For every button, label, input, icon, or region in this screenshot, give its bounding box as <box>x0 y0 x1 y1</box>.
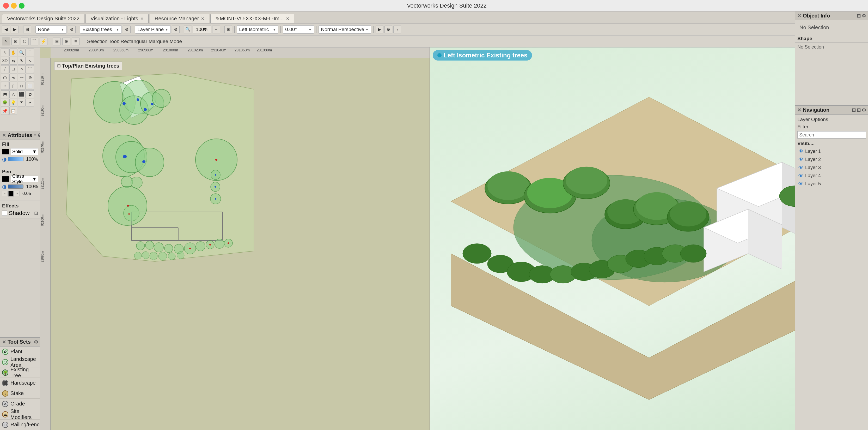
render-settings-button[interactable]: ⚙ <box>384 26 392 33</box>
tab-vectorworks[interactable]: Vectorworks Design Suite 2022 <box>2 14 85 23</box>
toolset-railing-fence[interactable]: ⊟ Railing/Fence <box>0 420 40 430</box>
stair-tool[interactable]: ⬒ <box>1 90 9 98</box>
render-button[interactable]: ▶ <box>376 26 383 33</box>
panel-icon-list[interactable]: ≡ <box>34 133 36 138</box>
tab-close-icon[interactable]: ✕ <box>201 16 204 21</box>
door-tool[interactable]: ⊓ <box>18 82 26 90</box>
rect-tool[interactable]: □ <box>9 65 17 73</box>
callout-tool[interactable]: 📌 <box>1 107 9 115</box>
nav-icon-2[interactable]: ⊡ <box>857 107 861 113</box>
obj-info-gear-icon[interactable]: ⚙ <box>862 13 866 19</box>
rotation-dropdown[interactable]: 0.00° ▼ <box>283 25 314 34</box>
obj-info-close-icon[interactable]: ✕ <box>797 13 801 19</box>
rotate-tool[interactable]: ↻ <box>18 57 26 65</box>
arc-tool[interactable]: ⌒ <box>26 65 34 73</box>
minimize-button[interactable] <box>11 3 17 9</box>
nav-close-icon[interactable]: ✕ <box>797 107 801 113</box>
select-rect-button[interactable]: ⊡ <box>11 37 19 46</box>
fill-color-swatch[interactable] <box>2 149 9 154</box>
nav-forward-button[interactable]: ▶ <box>11 26 19 33</box>
attributes-close-icon[interactable]: ✕ <box>2 133 6 138</box>
arrow-right-button[interactable]: → <box>14 191 20 196</box>
maximize-button[interactable] <box>19 3 25 9</box>
arrow-left-button[interactable]: ← <box>2 191 8 196</box>
zoom-in-button[interactable]: + <box>212 26 220 33</box>
poly-tool[interactable]: ⬡ <box>1 74 9 81</box>
window-tool[interactable]: ⬜ <box>26 82 34 90</box>
lamp-tool[interactable]: 💡 <box>9 98 17 107</box>
classes-dropdown[interactable]: None ▼ <box>35 25 67 34</box>
toolset-grade[interactable]: ≋ Grade <box>0 399 40 409</box>
arrow-tool[interactable]: ↖ <box>1 49 9 56</box>
nav-icon-3[interactable]: ⚙ <box>862 107 866 113</box>
panel-gear-icon[interactable]: ⚙ <box>34 339 38 345</box>
viewport-toggle-icon[interactable]: ⊡ <box>57 63 60 68</box>
tab-close-icon[interactable]: ✕ <box>286 16 289 21</box>
smartcursor-tool[interactable]: ⊕ <box>26 74 34 81</box>
toolset-existing-tree[interactable]: 🌳 Existing Tree <box>0 367 40 378</box>
snap-button[interactable]: ⊕ <box>62 37 70 46</box>
line-tool[interactable]: / <box>1 65 9 73</box>
section-tool[interactable]: ✂ <box>26 98 34 107</box>
eye-open-icon[interactable]: 👁 <box>798 181 804 187</box>
wall-tool[interactable]: ▯ <box>9 82 17 90</box>
select-lasso-button[interactable]: ⌒ <box>30 37 38 46</box>
active-layer-dropdown[interactable]: Existing trees ▼ <box>80 25 122 34</box>
window-controls[interactable] <box>3 3 25 9</box>
mirror-tool[interactable]: ⇆ <box>9 57 17 65</box>
plane-settings-button[interactable]: ⚙ <box>172 26 180 33</box>
toolset-landscape-area[interactable]: ⬡ Landscape Area <box>0 357 40 367</box>
pen-color-swatch[interactable] <box>2 176 9 182</box>
search-input[interactable] <box>797 131 866 139</box>
eye-open-icon[interactable]: 👁 <box>798 173 804 179</box>
tree-tool[interactable]: 🌳 <box>1 98 9 107</box>
text-tool[interactable]: T <box>26 49 34 56</box>
fill-style-dropdown[interactable]: Solid ▼ <box>11 148 38 155</box>
select-magic-button[interactable]: ⚡ <box>40 37 48 46</box>
layer-settings-button[interactable]: ⚙ <box>123 26 131 33</box>
freehand-tool[interactable]: ✏ <box>18 74 26 81</box>
tab-resource[interactable]: Resource Manager ✕ <box>150 14 209 23</box>
view-tools-button[interactable]: ⊞ <box>224 26 232 33</box>
tab-close-icon[interactable]: ✕ <box>140 16 144 21</box>
align-button[interactable]: ≡ <box>72 37 80 46</box>
eye-open-icon[interactable]: 👁 <box>798 156 804 163</box>
tab-main[interactable]: ✎ MONT-VU-XX-XX-M-L-Im... ✕ <box>210 14 294 23</box>
dim-tool[interactable]: ↔ <box>1 82 9 90</box>
eye-open-icon[interactable]: 👁 <box>798 148 804 154</box>
scale-tool[interactable]: ⤡ <box>26 57 34 65</box>
transform-button[interactable]: ⊞ <box>53 37 61 46</box>
shadow-settings-icon[interactable]: ⊡ <box>34 210 38 216</box>
classes-settings-button[interactable]: ⚙ <box>68 26 75 33</box>
roof-tool[interactable]: △ <box>9 90 17 98</box>
toolset-plant[interactable]: ✿ Plant <box>0 346 40 357</box>
nav-back-button[interactable]: ◀ <box>2 26 10 33</box>
pen-style-dropdown[interactable]: Class Style ▼ <box>11 176 38 182</box>
layer-plane-dropdown[interactable]: Layer Plane ▼ <box>135 25 171 34</box>
3d-tool[interactable]: 3D <box>1 57 9 65</box>
close-button[interactable] <box>3 3 9 9</box>
oval-tool[interactable]: ○ <box>18 65 26 73</box>
bezier-tool[interactable]: ∿ <box>9 74 17 81</box>
eye-tool[interactable]: 👁 <box>18 98 26 107</box>
fill-opacity-bar[interactable] <box>8 157 24 161</box>
record-tool[interactable]: 📋 <box>9 107 17 115</box>
toolsets-close-icon[interactable]: ✕ <box>2 339 6 345</box>
viewport-top-plan[interactable]: 290920m 290940m 290960m 290980m 291000m … <box>40 48 430 430</box>
hardscape-tool[interactable]: ⬛ <box>18 90 26 98</box>
select-tool-button[interactable]: ↖ <box>2 37 10 46</box>
select-poly-button[interactable]: ⬡ <box>21 37 29 46</box>
zoom-out-button[interactable]: 🔍 <box>184 26 192 33</box>
plant-tool[interactable]: ✿ <box>26 90 34 98</box>
pan-tool[interactable]: ✋ <box>9 49 17 56</box>
toolset-stake[interactable]: ↓ Stake <box>0 388 40 399</box>
eye-open-icon[interactable]: 👁 <box>798 165 804 171</box>
nav-icon-1[interactable]: ⊟ <box>852 107 856 113</box>
zoom-tool[interactable]: 🔍 <box>18 49 26 56</box>
tab-visualization[interactable]: Visualization - Lights ✕ <box>86 14 149 23</box>
obj-info-icon[interactable]: ⊟ <box>857 13 861 19</box>
2d-view-button[interactable]: ⊞ <box>23 26 31 33</box>
view-dropdown[interactable]: Left Isometric ▼ <box>237 25 278 34</box>
pen-opacity-bar[interactable] <box>8 184 24 189</box>
toolset-hardscape[interactable]: ⬛ Hardscape <box>0 378 40 388</box>
